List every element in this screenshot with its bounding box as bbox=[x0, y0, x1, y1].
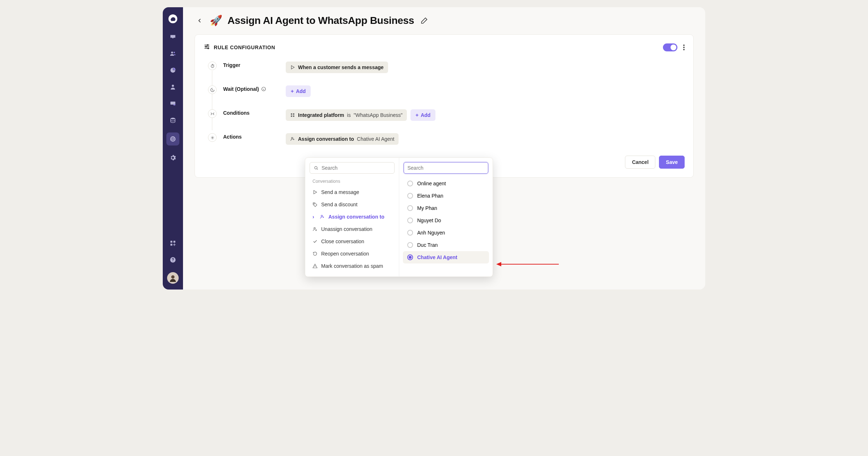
database-icon[interactable] bbox=[169, 116, 177, 124]
help-icon[interactable] bbox=[169, 256, 177, 264]
svg-point-23 bbox=[292, 138, 293, 139]
action-option[interactable]: Reopen conversation bbox=[309, 248, 395, 260]
card-header: RULE CONFIGURATION bbox=[204, 43, 685, 51]
trigger-step-icon bbox=[208, 62, 217, 70]
popover-left-col: Conversations Send a messageSend a disco… bbox=[305, 158, 399, 276]
sliders-icon bbox=[204, 43, 210, 51]
action-option[interactable]: Unassign conversation bbox=[309, 223, 395, 235]
condition-field: Integrated platform bbox=[298, 112, 344, 118]
agents-icon[interactable] bbox=[169, 83, 177, 91]
contacts-icon[interactable] bbox=[169, 49, 177, 58]
user-avatar[interactable] bbox=[167, 272, 179, 284]
info-icon[interactable] bbox=[261, 86, 266, 92]
reopen-icon bbox=[312, 251, 318, 256]
page-header: 🚀 Assign AI Agent to WhatsApp Business bbox=[195, 14, 694, 26]
radio-icon bbox=[407, 205, 413, 211]
unassign-icon bbox=[312, 227, 318, 232]
assignee-option[interactable]: Elena Phan bbox=[403, 190, 489, 202]
wait-add-button[interactable]: +Add bbox=[286, 85, 311, 97]
condition-chip[interactable]: Integrated platform is "WhatsApp Busines… bbox=[286, 109, 407, 121]
step-conditions: Conditions Integrated platform is "Whats… bbox=[208, 109, 685, 121]
trigger-chip[interactable]: When a customer sends a message bbox=[286, 62, 388, 73]
action-option[interactable]: Send a discount bbox=[309, 198, 395, 211]
more-menu-button[interactable] bbox=[683, 45, 685, 50]
wait-step-icon bbox=[208, 85, 217, 94]
svg-rect-20 bbox=[291, 115, 292, 117]
actions-step-icon bbox=[208, 133, 217, 142]
analytics-icon[interactable] bbox=[169, 66, 177, 75]
assignee-option[interactable]: Nguyet Do bbox=[403, 214, 489, 227]
spam-icon bbox=[312, 263, 318, 269]
popover-section-label: Conversations bbox=[309, 177, 395, 186]
back-button[interactable] bbox=[195, 16, 205, 26]
action-option[interactable]: Mark conversation as spam bbox=[309, 260, 395, 272]
save-button[interactable]: Save bbox=[659, 156, 685, 169]
assign-icon bbox=[290, 136, 295, 142]
page-title: Assign AI Agent to WhatsApp Business bbox=[227, 15, 414, 26]
channels-icon[interactable] bbox=[169, 99, 177, 108]
conditions-step-icon bbox=[208, 109, 217, 118]
assignee-option[interactable]: My Phan bbox=[403, 202, 489, 214]
assignee-option[interactable]: Chative AI Agent bbox=[403, 251, 489, 263]
svg-point-2 bbox=[174, 52, 175, 53]
condition-value: "WhatsApp Business" bbox=[354, 112, 403, 118]
settings-icon[interactable] bbox=[169, 153, 177, 162]
svg-point-7 bbox=[171, 137, 175, 142]
action-option[interactable]: Close conversation bbox=[309, 235, 395, 248]
svg-point-26 bbox=[321, 215, 323, 217]
action-picker-popover: Conversations Send a messageSend a disco… bbox=[305, 157, 493, 277]
app-frame: 🚀 Assign AI Agent to WhatsApp Business R… bbox=[163, 7, 705, 290]
action-value: Chative AI Agent bbox=[357, 136, 395, 142]
svg-point-27 bbox=[314, 228, 315, 229]
action-option[interactable]: ›Assign conversation to bbox=[309, 211, 395, 223]
step-wait: Wait (Optional) +Add bbox=[208, 85, 685, 97]
step-trigger: Trigger When a customer sends a message bbox=[208, 62, 685, 73]
assignee-option[interactable]: Online agent bbox=[403, 177, 489, 190]
rule-enabled-toggle[interactable] bbox=[663, 43, 677, 51]
action-search-input[interactable] bbox=[322, 165, 391, 171]
rule-config-card: RULE CONFIGURATION Trigger bbox=[195, 34, 694, 178]
condition-add-button[interactable]: +Add bbox=[410, 109, 435, 121]
svg-point-6 bbox=[171, 118, 175, 119]
inbox-icon[interactable] bbox=[169, 33, 177, 41]
rocket-emoji: 🚀 bbox=[210, 14, 222, 26]
action-chip[interactable]: Assign conversation to Chative AI Agent bbox=[286, 133, 399, 145]
assignee-search-input[interactable] bbox=[408, 165, 485, 171]
assignee-list: Online agentElena PhanMy PhanNguyet DoAn… bbox=[403, 177, 489, 263]
actions-label: Actions bbox=[223, 134, 242, 140]
app-logo[interactable] bbox=[167, 13, 179, 25]
trigger-label: Trigger bbox=[223, 62, 240, 68]
popover-right-col: Online agentElena PhanMy PhanNguyet DoAn… bbox=[399, 158, 493, 276]
svg-point-1 bbox=[171, 51, 173, 53]
assignee-option[interactable]: Duc Tran bbox=[403, 239, 489, 251]
svg-rect-8 bbox=[170, 241, 172, 242]
svg-rect-21 bbox=[293, 115, 294, 117]
apps-icon[interactable] bbox=[169, 239, 177, 248]
svg-point-25 bbox=[314, 203, 315, 204]
assign-icon bbox=[320, 214, 325, 219]
assignee-search[interactable] bbox=[404, 162, 489, 174]
svg-point-12 bbox=[171, 275, 174, 279]
conditions-label: Conditions bbox=[223, 110, 250, 116]
svg-rect-5 bbox=[174, 104, 175, 106]
radio-icon bbox=[407, 230, 413, 236]
cancel-button[interactable]: Cancel bbox=[625, 156, 655, 169]
action-option[interactable]: Send a message bbox=[309, 186, 395, 198]
svg-point-24 bbox=[315, 166, 317, 169]
svg-rect-10 bbox=[170, 244, 172, 246]
radio-icon bbox=[407, 242, 413, 248]
tag-icon bbox=[312, 202, 318, 207]
edit-title-button[interactable] bbox=[419, 16, 429, 26]
radio-icon bbox=[407, 193, 413, 199]
svg-rect-18 bbox=[291, 113, 292, 115]
trigger-chip-text: When a customer sends a message bbox=[298, 64, 384, 70]
automation-icon[interactable] bbox=[166, 132, 179, 145]
card-title: RULE CONFIGURATION bbox=[214, 45, 275, 50]
action-search[interactable] bbox=[310, 162, 395, 174]
check-icon bbox=[312, 239, 318, 244]
svg-point-22 bbox=[212, 137, 213, 138]
sidebar bbox=[163, 7, 183, 290]
assignee-option[interactable]: Anh Nguyen bbox=[403, 227, 489, 239]
svg-rect-19 bbox=[293, 113, 294, 115]
svg-point-3 bbox=[172, 85, 174, 87]
